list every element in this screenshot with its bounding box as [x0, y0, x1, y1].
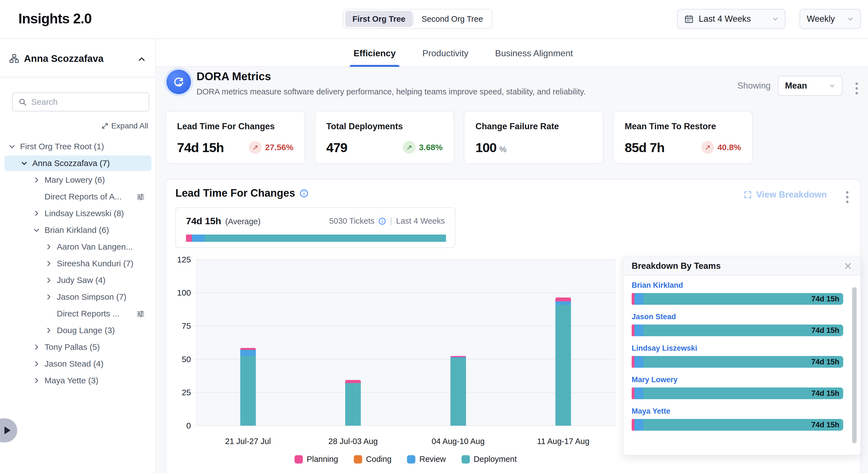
org-tree-toggle: First Org TreeSecond Org Tree [343, 9, 492, 29]
filter-sliders-icon[interactable] [136, 309, 145, 319]
metric-card-title: Lead Time For Changes [177, 121, 293, 131]
view-breakdown-label: View Breakdown [756, 189, 827, 200]
stacked-bar[interactable] [451, 356, 466, 426]
summary-tickets: 5030 Tickets [329, 216, 374, 226]
chevron-down-icon [847, 16, 854, 22]
chevron-right-icon[interactable] [32, 176, 41, 184]
chevron-right-icon[interactable] [44, 259, 53, 268]
chevron-down-icon[interactable] [20, 159, 28, 168]
dora-header: DORA Metrics DORA metrics measure softwa… [166, 70, 586, 96]
breakdown-team-name[interactable]: Jason Stead [632, 313, 843, 321]
breakdown-team-bar: 74d 15h [632, 419, 843, 431]
chevron-right-icon[interactable] [32, 376, 41, 385]
tree-item[interactable]: Maya Yette (3) [0, 372, 156, 389]
bar-segment-deployment [555, 305, 571, 426]
breakdown-team-bar: 74d 15h [632, 356, 843, 368]
breakdown-team-bar: 74d 15h [632, 387, 843, 399]
search-input[interactable] [31, 97, 143, 107]
bar-segment-planning [345, 380, 361, 383]
tab-productivity[interactable]: Productivity [422, 39, 468, 67]
breakdown-panel-title: Breakdown By Teams [632, 261, 721, 271]
info-icon[interactable] [378, 217, 386, 225]
org-tree-toggle-option[interactable]: First Org Tree [345, 11, 412, 27]
tree-item[interactable]: Brian Kirkland (6) [0, 222, 156, 238]
chevron-right-icon[interactable] [44, 293, 53, 301]
org-tree-sidebar: Anna Scozzafava [0, 39, 156, 473]
tree-item[interactable]: Mary Lowery (6) [0, 172, 156, 188]
close-icon[interactable] [844, 262, 852, 270]
chevron-right-icon[interactable] [32, 209, 41, 217]
tree-item[interactable]: Aaron Van Langen... [0, 238, 156, 255]
filter-sliders-icon[interactable] [136, 192, 145, 202]
stacked-bar[interactable] [345, 380, 361, 426]
expand-all-label: Expand All [111, 121, 148, 130]
gridline [195, 425, 616, 426]
breakdown-team-name[interactable]: Brian Kirkland [632, 281, 843, 290]
bar-segment-deployment [345, 383, 361, 426]
fullscreen-icon [743, 190, 752, 199]
summary-average: 74d 15h (Average) [186, 216, 260, 227]
legend-item-deployment[interactable]: Deployment [462, 454, 517, 464]
showing-select[interactable]: Mean [778, 76, 842, 96]
legend-label: Review [419, 454, 446, 464]
scrollbar-thumb[interactable] [852, 287, 857, 443]
tab-business-alignment[interactable]: Business Alignment [495, 39, 573, 67]
granularity-select[interactable]: Weekly [800, 9, 861, 29]
tree-item[interactable]: Direct Reports ... [0, 305, 156, 322]
chevron-right-icon[interactable] [44, 326, 53, 334]
tree-item[interactable]: Lindsay Liszewski (8) [0, 205, 156, 222]
tab-efficiency[interactable]: Efficiency [353, 39, 396, 67]
legend-item-coding[interactable]: Coding [354, 454, 392, 464]
chevron-down-icon[interactable] [32, 226, 41, 234]
breakdown-bar-segment-review [634, 356, 643, 368]
tree-item[interactable]: Doug Lange (3) [0, 322, 156, 339]
view-breakdown-button[interactable]: View Breakdown [743, 189, 827, 200]
tree-item[interactable]: Direct Reports of A... [0, 188, 156, 205]
breakdown-team-name[interactable]: Mary Lowery [632, 376, 843, 384]
date-range-select[interactable]: Last 4 Weeks [677, 9, 785, 29]
chevron-up-icon[interactable] [137, 55, 146, 63]
breakdown-team-name[interactable]: Maya Yette [632, 407, 843, 416]
tree-item-label: Mary Lowery (6) [44, 175, 105, 185]
chevron-right-icon[interactable] [32, 360, 41, 368]
breakdown-bar-segment-review [634, 419, 643, 431]
breakdown-team-value: 74d 15h [811, 295, 839, 303]
expand-all-button[interactable]: Expand All [101, 121, 148, 130]
sidebar-header: Anna Scozzafava [0, 39, 155, 78]
showing-control: Showing Mean [738, 76, 842, 96]
tree-item[interactable]: Judy Saw (4) [0, 272, 156, 289]
org-tree-toggle-option[interactable]: Second Org Tree [414, 11, 490, 27]
date-range-value: Last 4 Weeks [699, 14, 767, 24]
legend-item-review[interactable]: Review [407, 454, 446, 464]
breakdown-panel-header: Breakdown By Teams [623, 257, 861, 275]
stacked-bar[interactable] [555, 297, 571, 426]
breakdown-team-value: 74d 15h [811, 358, 839, 366]
lead-time-kebab-menu[interactable] [844, 189, 851, 205]
tree-item[interactable]: Tony Pallas (5) [0, 339, 156, 355]
legend-item-planning[interactable]: Planning [294, 454, 338, 464]
sidebar-user-name: Anna Scozzafava [24, 53, 103, 64]
info-icon[interactable] [300, 189, 308, 198]
breakdown-team-name[interactable]: Lindsay Liszewski [632, 344, 843, 353]
stacked-bar[interactable] [240, 348, 256, 426]
chevron-right-icon[interactable] [32, 343, 41, 351]
tree-item[interactable]: Anna Scozzafava (7) [0, 155, 156, 172]
dora-kebab-menu[interactable] [853, 80, 860, 97]
gridline [195, 359, 616, 360]
tree-item[interactable]: Sireesha Kunduri (7) [0, 255, 156, 272]
chevron-right-icon[interactable] [44, 276, 53, 285]
chevron-right-icon[interactable] [44, 243, 53, 251]
tree-item[interactable]: First Org Tree Root (1) [0, 138, 156, 155]
lead-time-chart-plot [195, 260, 616, 426]
chevron-down-icon[interactable] [8, 142, 16, 151]
y-axis-tick: 125 [169, 255, 191, 264]
showing-label: Showing [738, 81, 771, 91]
bar-segment-review [240, 350, 256, 356]
summary-bar-segment-planning [186, 235, 192, 242]
metric-card: Change Failure Rate 100% [464, 111, 603, 164]
metric-card-title: Total Deployments [326, 121, 443, 131]
tree-item-label: First Org Tree Root (1) [20, 142, 104, 151]
breakdown-team-list: Brian Kirkland 74d 15hJason Stead 74d 15… [632, 281, 843, 439]
tree-item[interactable]: Jason Stead (4) [0, 355, 156, 372]
tree-item[interactable]: Jason Simpson (7) [0, 289, 156, 305]
